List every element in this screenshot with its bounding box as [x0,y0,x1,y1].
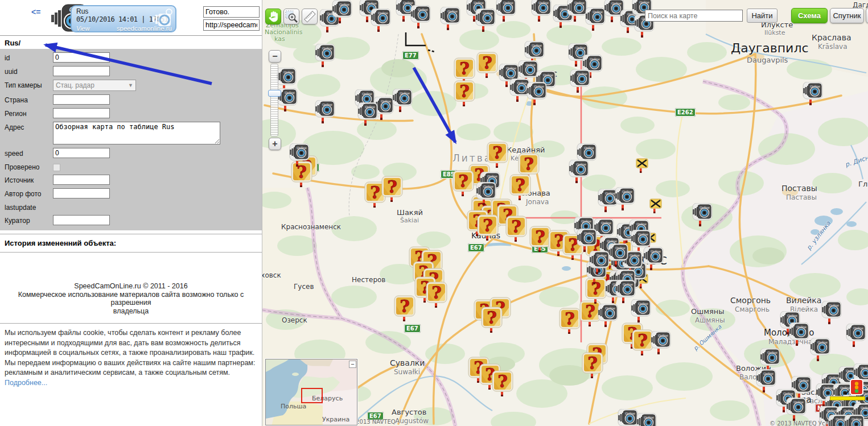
form-row-uuid: uuid [0,64,262,78]
field-label: uuid [5,66,53,76]
Автор фото-field[interactable] [53,188,110,198]
question-marker[interactable]: ? [452,169,476,196]
camera-marker[interactable]: Online [330,0,353,24]
camera-marker[interactable]: Online [369,9,392,32]
zoom-in-button[interactable]: + [269,138,281,150]
question-marker[interactable]: ? [491,370,515,396]
map-hybrid-button[interactable]: Гибрид [866,8,868,23]
traffic-light-icon[interactable] [849,378,864,399]
question-marker[interactable]: ? [393,295,417,321]
camera-marker[interactable]: Online [529,0,552,22]
camera-marker[interactable]: Online [820,301,842,325]
field-label: Источник [5,175,53,184]
svg-text:?: ? [587,353,598,373]
minimap-viewport-rect[interactable] [301,388,323,403]
Регион-field[interactable] [53,108,110,118]
field-label: id [5,52,53,62]
question-marker[interactable]: ? [505,215,529,242]
question-marker[interactable]: ? [425,281,449,308]
camera-marker[interactable]: Online [567,160,590,184]
map-scheme-button[interactable]: Схема [791,8,828,23]
svg-text:?: ? [524,154,534,174]
back-link[interactable]: <= [31,7,40,16]
camera-marker[interactable]: Online [313,44,336,68]
map-attribution-right: © 2013 NAVTEQ Усл [770,420,829,426]
zoom-out-button[interactable]: − [269,50,281,63]
road-shield: Е262 [675,108,696,117]
svg-text:?: ? [483,216,493,235]
pan-tool-button[interactable] [265,9,281,24]
map-label: Ilūkste [764,29,785,36]
Страна-field[interactable] [53,94,110,105]
map-label: kas [274,35,285,43]
form-row-Автор фото: Автор фото [0,187,262,200]
question-marker[interactable]: ? [480,306,504,333]
minimap-collapse-button[interactable]: − [349,361,356,368]
Куратор-field[interactable] [53,215,110,225]
camera-marker[interactable]: Online [635,413,657,426]
camera-marker[interactable]: Online [754,369,777,393]
camera-marker[interactable]: Online [844,324,867,348]
infobox-view-link[interactable]: View [76,25,90,32]
Тип камеры-field[interactable]: Стац. радар▼ [53,80,136,91]
camera-marker[interactable]: Online [613,187,636,211]
camera-marker[interactable]: Online [808,338,831,362]
camera-marker[interactable]: Online [587,251,610,275]
zoom-select-tool-button[interactable] [283,9,299,24]
speed-field[interactable] [53,148,110,158]
camera-marker[interactable]: Online [409,5,431,29]
camera-marker[interactable]: Online [474,182,497,206]
camera-marker[interactable]: Online [801,82,824,106]
svg-text:?: ? [497,371,508,391]
crossed-camera-marker[interactable] [635,156,649,173]
zoom-slider-handle[interactable] [268,90,281,97]
camera-marker[interactable]: Online [525,82,548,106]
camera-marker[interactable]: Online [494,0,517,22]
question-marker[interactable]: ? [509,173,533,200]
map-label: Ошмяны [691,307,725,316]
camera-infobox[interactable]: Rus 05/10/2016 14:01 | 17051 View speedc… [71,5,176,32]
camera-marker[interactable]: Online [356,102,379,126]
question-marker[interactable]: ? [476,214,500,241]
svg-text:?: ? [515,175,525,195]
minimap[interactable]: Польша Беларусь Украина − [265,359,357,425]
camera-marker[interactable]: Online [568,69,591,93]
status-field[interactable] [203,6,260,18]
camera-marker[interactable]: Online [649,331,672,355]
question-marker[interactable]: ? [453,80,477,106]
zoom-slider-track[interactable] [270,64,278,137]
camera-marker[interactable]: Online [474,9,496,32]
Адрес-field[interactable] [53,122,220,144]
id-field[interactable] [53,52,110,63]
Проверено-field[interactable] [53,164,60,171]
map-find-button[interactable]: Найти [747,9,778,23]
question-marker[interactable]: ? [381,175,405,202]
camera-marker[interactable]: Online [842,415,865,426]
camera-marker[interactable]: Online [596,304,619,328]
minimap-label-poland: Польша [281,403,306,410]
camera-marker[interactable]: Online [787,322,810,346]
field-label: Куратор [5,215,53,225]
camera-marker[interactable]: Online [690,203,713,227]
map-canvas[interactable]: ŽemaitijosNacionaliniskasДагдаИлукстеIlū… [262,0,868,426]
uuid-field[interactable] [53,66,110,76]
camera-marker[interactable]: Online [313,100,336,124]
map-satellite-button[interactable]: Спутник [830,8,864,23]
camera-marker[interactable]: Online [287,143,310,167]
url-field[interactable] [203,19,260,31]
question-marker[interactable]: ? [581,351,605,378]
camera-marker[interactable]: Online [575,229,598,253]
crossed-camera-marker[interactable] [648,197,663,214]
map-label: Августов [392,408,426,416]
cookie-more-link[interactable]: Подробнее... [5,379,47,387]
map-search-input[interactable] [645,10,743,22]
camera-marker[interactable]: Online [438,7,461,31]
camera-marker[interactable]: Online [390,89,413,113]
ruler-tool-button[interactable] [302,9,318,24]
camera-marker[interactable]: Online [784,398,807,421]
question-marker[interactable]: ? [476,51,500,78]
Источник-field[interactable] [53,175,110,185]
camera-marker[interactable]: Online [629,299,652,323]
road-shield: Е67 [404,324,421,333]
camera-marker[interactable]: Online [758,348,781,372]
